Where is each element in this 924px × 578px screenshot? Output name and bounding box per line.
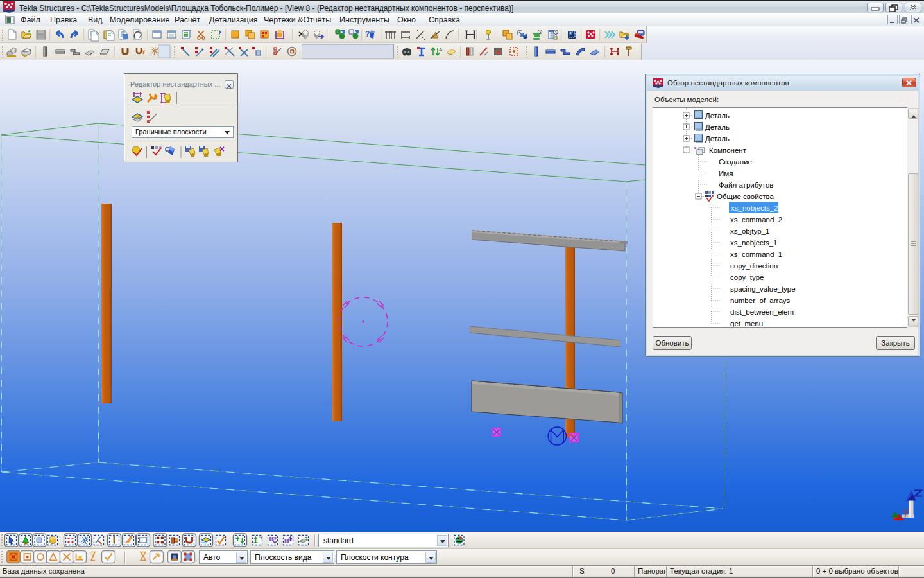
svg-text:xs_nobjects_1: xs_nobjects_1 [730, 239, 778, 247]
svg-text:copy_direction: copy_direction [730, 262, 778, 270]
svg-text:spacing_value_type: spacing_value_type [730, 285, 796, 293]
svg-text:Файл атрибутов: Файл атрибутов [719, 181, 773, 189]
svg-text:Общие свойства: Общие свойства [717, 193, 774, 200]
svg-text:Деталь: Деталь [705, 112, 730, 119]
svg-text:?: ? [365, 30, 370, 39]
svg-text:xs_objtyp_1: xs_objtyp_1 [730, 227, 769, 235]
svg-text:get_menu: get_menu [730, 320, 763, 328]
svg-text:dist_between_elem: dist_between_elem [730, 308, 794, 316]
svg-text:copy_type: copy_type [730, 274, 764, 281]
svg-text:Деталь: Деталь [705, 123, 730, 131]
svg-text:xs_nobjects_2: xs_nobjects_2 [731, 204, 778, 212]
svg-text:xs_command_2: xs_command_2 [730, 216, 782, 223]
svg-text:Компонент: Компонент [709, 146, 747, 154]
svg-text:Деталь: Деталь [705, 135, 730, 143]
svg-text:Имя: Имя [719, 170, 733, 177]
svg-text:Создание: Создание [719, 158, 752, 166]
svg-text:number_of_arrays: number_of_arrays [730, 297, 791, 304]
svg-text:A: A [439, 47, 443, 53]
svg-text:xs_command_1: xs_command_1 [730, 250, 782, 258]
svg-text:s: s [694, 145, 697, 152]
